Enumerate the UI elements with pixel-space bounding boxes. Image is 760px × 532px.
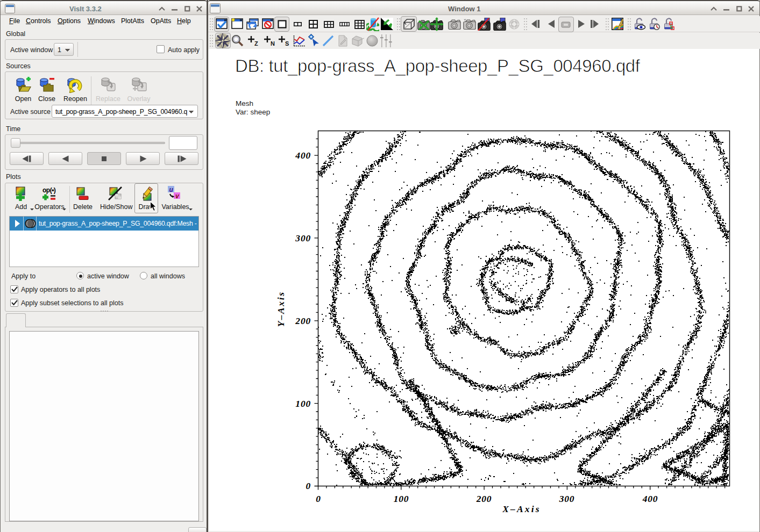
- svg-text:200: 200: [295, 315, 311, 326]
- svg-text:400: 400: [642, 493, 658, 504]
- svg-text:400: 400: [295, 150, 311, 161]
- svg-text:0: 0: [306, 480, 311, 491]
- svg-text:300: 300: [295, 233, 311, 243]
- svg-text:X–Axis: X–Axis: [502, 504, 541, 514]
- svg-text:DB: tut_pop-grass_A_pop-sheep_: DB: tut_pop-grass_A_pop-sheep_P_SG_00496…: [235, 56, 641, 76]
- svg-text:100: 100: [394, 493, 409, 504]
- svg-text:200: 200: [476, 493, 492, 504]
- svg-text:Y–Axis: Y–Axis: [275, 291, 286, 327]
- svg-text:300: 300: [559, 493, 575, 504]
- svg-text:0: 0: [316, 493, 321, 504]
- svg-text:100: 100: [295, 398, 311, 409]
